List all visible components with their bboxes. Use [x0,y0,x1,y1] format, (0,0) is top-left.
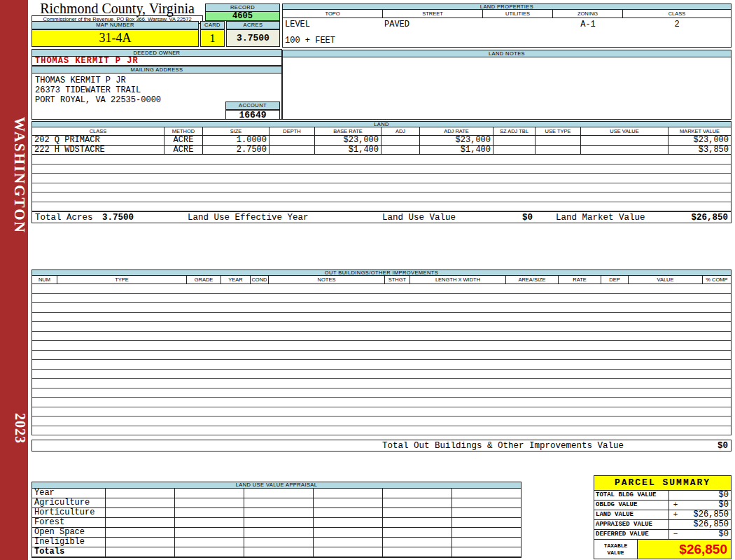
out-buildings-total-value: $0 [718,440,728,451]
spine-sidebar: WASHINGTON 2023 [0,0,28,560]
mailing-address-box: THOMAS KERMIT P JR 26373 TIDEWATER TRAIL… [31,74,282,120]
card-header: CARD [200,21,225,29]
land-properties-values: LEVEL PAVED A-1 2 100 + FEET [282,18,732,48]
land-cell-adj_rate: $23,000 [420,136,493,145]
appraisal-row: Agriculture [32,498,521,508]
land-empty-row [32,183,731,193]
appraisal-cell [452,538,521,547]
land-cell-use_value [581,136,668,145]
appraisal-cell [452,518,521,528]
out-buildings-empty-row [32,388,731,398]
address-line-1: THOMAS KERMIT P JR [32,74,281,85]
appraisal-cell [175,489,244,498]
land-column: BASE RATE [315,127,382,135]
appraisal-cell [452,528,521,538]
out-buildings-column: LENGTH X WIDTH [410,276,506,284]
land-use-appraisal-table: YearAgricultureHorticultureForestOpen Sp… [31,489,522,558]
land-column: DEPTH [270,127,315,135]
parcel-summary-label: DEFERRED VALUE [594,530,669,539]
out-buildings-empty-row [32,416,731,426]
land-cell-class: 222 H WDSTACRE [32,146,164,155]
taxable-row: TAXABLE VALUE $26,850 [594,539,731,559]
appraisal-row: Ineligible [32,538,521,547]
parcel-summary-operator [669,520,682,529]
land-totals-row: Total Acres 3.7500 Land Use Effective Ye… [31,211,732,223]
out-buildings-columns: NUMTYPEGRADEYEARCONDNOTESSTHGTLENGTH X W… [31,276,732,284]
parcel-summary-operator: + [669,500,682,510]
land-cell-market_value: $3,850 [668,146,731,155]
land-row: 222 H WDSTACREACRE2.7500$1,400$1,400$3,8… [32,146,731,155]
appraisal-cell [383,498,452,508]
land-empty-row [32,192,731,202]
appraisal-cell [106,508,175,518]
appraisal-cell [244,528,314,538]
land-cell-use_type [536,136,581,145]
appraisal-cell [383,518,452,528]
land-cell-adj_rate: $1,400 [420,146,493,155]
out-buildings-column: COND [251,276,269,284]
land-cell-depth [270,136,315,145]
parcel-summary-value: $0 [682,530,731,539]
mailing-address-header: MAILING ADDRESS [31,66,282,74]
appraisal-cell [314,498,383,508]
out-buildings-empty-row [32,303,731,313]
land-table-header: LAND [31,121,732,127]
land-table-columns: CLASSMETHODSIZEDEPTHBASE RATEADJADJ RATE… [31,127,732,136]
land-cell-base_rate: $23,000 [315,136,382,145]
appraisal-cell [314,528,383,538]
parcel-summary-value: $0 [682,491,731,500]
appraisal-cell [244,489,314,498]
out-buildings-empty-row [32,332,731,342]
parcel-summary-operator: − [669,530,682,539]
out-buildings-total-row: Total Out Buildings & Other Improvements… [31,440,732,451]
land-cell-market_value: $23,000 [668,136,731,145]
parcel-summary-label: LAND VALUE [594,510,669,519]
out-buildings-column: YEAR [221,276,251,284]
out-buildings-column: DEP [601,276,629,284]
appraisal-cell [452,498,521,508]
land-use-value-label: Land Use Value [382,212,456,223]
card-value: 1 [200,29,225,47]
appraisal-cell [175,528,244,538]
appraisal-row: Year [32,489,521,498]
land-use-value: $0 [494,212,533,223]
appraisal-cell [314,518,383,528]
appraisal-cell [383,528,452,538]
appraisal-cell [175,508,244,518]
land-cell-adj [382,136,420,145]
appraisal-cell [383,547,452,557]
land-column: ADJ [382,127,420,135]
total-acres-label: Total Acres [35,212,93,223]
appraisal-row-label: Year [32,489,106,498]
appraisal-cell [314,508,383,518]
out-buildings-column: TYPE [57,276,187,284]
land-cell-use_value [581,146,668,155]
land-column: SZ ADJ TBL [493,127,536,135]
appraisal-row: Horticulture [32,508,521,518]
out-buildings-column: AREA/SIZE [506,276,559,284]
out-buildings-empty-row [32,341,731,351]
out-buildings-column: NOTES [269,276,385,284]
land-cell-size: 1.0000 [203,136,270,145]
out-buildings-empty-row [32,322,731,332]
appraisal-cell [106,489,175,498]
acres-header: ACRES [226,21,280,29]
land-cell-depth [270,146,315,155]
land-market-value-label: Land Market Value [556,212,645,223]
appraisal-cell [452,489,521,498]
parcel-summary: PARCEL SUMMARY TOTAL BLDG VALUE$0OBLDG V… [594,475,732,559]
land-market-value: $26,850 [691,212,728,223]
street-value: PAVED [384,20,410,29]
out-buildings-empty-row [32,313,731,323]
spine-year-label: 2023 [0,400,28,456]
appraisal-row-label: Agriculture [32,498,106,508]
appraisal-cell [452,508,521,518]
out-buildings-column: % COMP [703,276,731,284]
out-buildings-body [31,284,732,435]
topo-value: LEVEL [285,20,310,29]
out-buildings-empty-row [32,360,731,370]
appraisal-cell [106,547,175,557]
land-cell-sz_adj_tbl [493,146,536,155]
parcel-summary-row: DEFERRED VALUE−$0 [594,529,731,539]
land-empty-row [32,174,731,183]
